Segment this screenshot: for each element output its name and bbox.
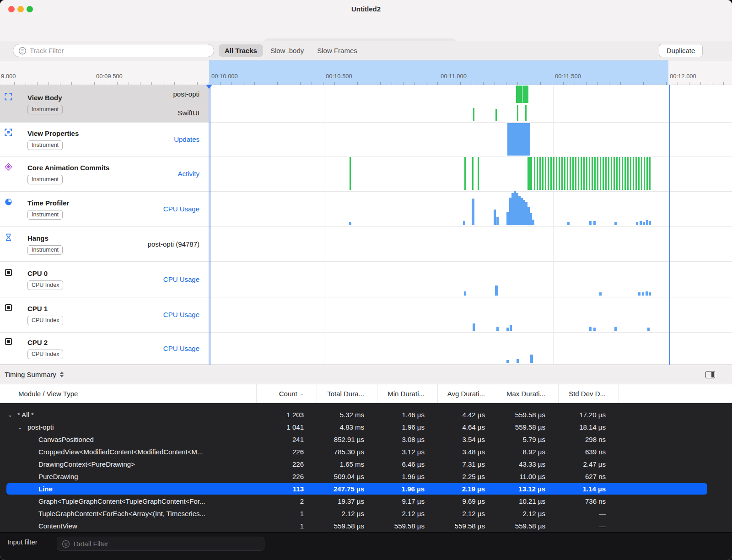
segment-slow-frames[interactable]: Slow Frames <box>311 44 363 57</box>
row-value: — <box>558 522 619 530</box>
track-lane-time-profiler[interactable] <box>209 192 732 227</box>
row-value: 113 <box>256 485 317 493</box>
track-lane-core-animation-commits[interactable] <box>209 156 732 192</box>
event-bar <box>642 292 644 296</box>
track-right-label[interactable]: CPU Usage <box>163 311 199 319</box>
table-row-puredrawing[interactable]: PureDrawing226509.04 µs1.96 µs2.25 µs11.… <box>0 470 732 483</box>
track-lane-cpu-1[interactable] <box>209 297 732 333</box>
timeline-selection[interactable] <box>209 60 668 85</box>
event-bar <box>627 157 629 190</box>
track-info: View PropertiesInstrument <box>27 129 79 150</box>
row-value: 1 <box>256 522 317 530</box>
row-value: 627 ns <box>558 473 619 480</box>
segment-slow-body[interactable]: Slow .body <box>264 44 310 57</box>
table-row-line[interactable]: Line113247.75 µs1.96 µs2.19 µs13.12 µs1.… <box>0 483 732 495</box>
timeline-ruler[interactable]: 9.00000:09.50000:10.00000:10.50000:11.00… <box>0 60 732 85</box>
segment-all-tracks[interactable]: All Tracks <box>219 44 263 57</box>
duplicate-button[interactable]: Duplicate <box>659 44 703 57</box>
disclosure-chevron-icon[interactable]: ⌄ <box>18 424 24 431</box>
table-row-post-opti[interactable]: ⌄post-opti1 0414.83 ms1.96 µs4.64 µs559.… <box>0 421 732 433</box>
track-lane-view-properties[interactable] <box>209 123 732 156</box>
column-header-label: Count <box>279 390 297 398</box>
selection-marker-icon[interactable] <box>206 85 212 89</box>
table-row-tuplegraphcontent-foreach-array-int-timeseries[interactable]: TupleGraphContent<ForEach<Array<(Int, Ti… <box>0 507 732 520</box>
track-title: Core Animation Commits <box>27 163 109 172</box>
track-header-hangs[interactable]: HangsInstrumentpost-opti (94787) <box>0 227 209 262</box>
inspector-toggle-icon[interactable] <box>705 371 715 378</box>
track-right-label[interactable]: CPU Usage <box>163 275 199 284</box>
track-badge: Instrument <box>27 245 63 255</box>
event-bar <box>567 157 568 190</box>
tracks-chart[interactable] <box>209 85 732 365</box>
table-row-contentview[interactable]: ContentView1559.58 µs559.58 µs559.58 µs5… <box>0 520 732 532</box>
row-value: 2.12 µs <box>377 510 437 517</box>
track-right-label: post-opti <box>173 90 199 98</box>
sub-lane-swiftui[interactable] <box>209 104 732 123</box>
sub-lane-divider <box>209 104 732 104</box>
column-header-min-durati[interactable]: Min Durati... <box>377 384 437 403</box>
event-bar <box>592 157 593 190</box>
event-bar <box>506 328 509 331</box>
updown-chevrons-icon <box>60 372 64 377</box>
track-filter-field[interactable] <box>13 44 214 57</box>
track-header-cpu-2[interactable]: CPU 2CPU IndexCPU Usage <box>0 333 209 365</box>
summary-table-header: Module / View TypeCount⌄Total Dura...Min… <box>0 384 732 403</box>
track-header-core-animation-commits[interactable]: Core Animation CommitsInstrumentActivity <box>0 156 209 192</box>
row-name: post-opti <box>27 423 54 431</box>
track-header-view-properties[interactable]: View PropertiesInstrumentUpdates <box>0 123 209 156</box>
track-right-label[interactable]: CPU Usage <box>163 205 199 213</box>
row-value: 559.58 µs <box>498 522 558 530</box>
selection-edge[interactable] <box>669 85 670 365</box>
track-right-label[interactable]: CPU Usage <box>163 345 199 353</box>
detail-view-selector[interactable]: Timing Summary <box>5 371 64 378</box>
track-header-cpu-0[interactable]: CPU 0CPU IndexCPU Usage <box>0 262 209 297</box>
sub-lane-post-opti[interactable] <box>209 85 732 104</box>
table-row-graph-tuplegraphcontent-tuplegraphcontent-for[interactable]: Graph<TupleGraphContent<TupleGraphConten… <box>0 495 732 507</box>
track-lane-cpu-0[interactable] <box>209 262 732 297</box>
track-header-cpu-1[interactable]: CPU 1CPU IndexCPU Usage <box>0 297 209 333</box>
column-header-module-view-type[interactable]: Module / View Type <box>0 384 256 403</box>
track-lane-cpu-2[interactable] <box>209 333 732 365</box>
detail-filter-field[interactable] <box>57 537 264 551</box>
event-bar <box>644 157 645 190</box>
event-bar <box>619 157 620 190</box>
event-bar <box>589 157 590 190</box>
table-row-drawingcontext-puredrawing[interactable]: DrawingContext<PureDrawing>2261.65 ms6.4… <box>0 458 732 470</box>
column-header-max-durati[interactable]: Max Durati... <box>498 384 558 403</box>
event-bar <box>586 157 587 190</box>
track-header-view-body[interactable]: View BodyInstrumentpost-optiSwiftUI <box>0 85 209 123</box>
row-value: 9.17 µs <box>377 497 437 505</box>
row-name: Graph<TupleGraphContent<TupleGraphConten… <box>38 497 205 505</box>
row-value: 2.19 µs <box>437 485 498 493</box>
table-row-canvaspositioned[interactable]: CanvasPositioned241852.91 µs3.08 µs3.54 … <box>0 433 732 446</box>
track-info: HangsInstrument <box>27 234 63 255</box>
event-bar <box>494 210 496 225</box>
track-right-label: post-opti (94787) <box>148 240 199 248</box>
column-header-count[interactable]: Count⌄ <box>256 384 317 403</box>
track-right-label[interactable]: Activity <box>178 170 199 178</box>
input-filter-label: Input filter <box>7 538 38 546</box>
track-title: View Properties <box>27 129 79 138</box>
selection-edge[interactable] <box>210 85 210 365</box>
row-name: CanvasPositioned <box>38 436 94 443</box>
column-header-std-dev-d[interactable]: Std Dev D... <box>558 384 619 403</box>
table-row-all[interactable]: ⌄* All *1 2035.32 ms1.46 µs4.42 µs559.58… <box>0 409 732 421</box>
row-value: 1.96 µs <box>377 423 437 431</box>
summary-table-body[interactable]: ⌄* All *1 2035.32 ms1.46 µs4.42 µs559.58… <box>0 403 732 532</box>
track-header-time-profiler[interactable]: Time ProfilerInstrumentCPU Usage <box>0 192 209 227</box>
detail-filter-input[interactable] <box>74 540 259 548</box>
table-row-croppedview-modifiedcontent-modifiedcontent-m[interactable]: CroppedView<ModifiedContent<ModifiedCont… <box>0 446 732 458</box>
column-header-total-dura[interactable]: Total Dura... <box>317 384 377 403</box>
event-bar <box>605 157 607 190</box>
track-filter-input[interactable] <box>30 47 209 54</box>
row-name-cell: PureDrawing <box>0 473 256 480</box>
track-segments: All TracksSlow .bodySlow Frames <box>219 44 363 57</box>
row-name: PureDrawing <box>38 473 78 480</box>
track-lane-view-body[interactable] <box>209 85 732 123</box>
event-bar <box>561 157 563 190</box>
track-right-label[interactable]: Updates <box>174 135 199 144</box>
event-bar <box>597 157 598 190</box>
disclosure-chevron-icon[interactable]: ⌄ <box>8 412 14 418</box>
track-lane-hangs[interactable] <box>209 227 732 262</box>
column-header-avg-durati[interactable]: Avg Durati... <box>437 384 498 403</box>
